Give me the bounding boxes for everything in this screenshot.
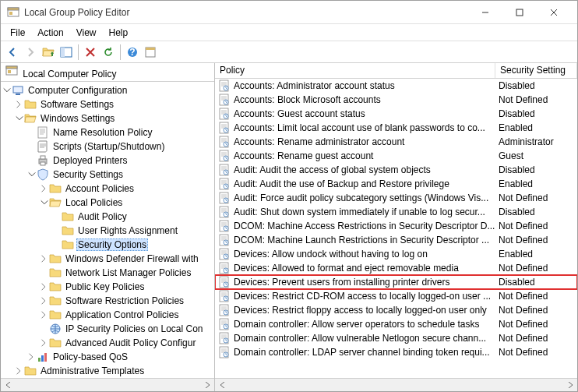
- node-windows-settings[interactable]: Windows Settings: [2, 111, 214, 125]
- folder-icon: [49, 309, 62, 321]
- policy-row[interactable]: Devices: Allowed to format and eject rem…: [215, 261, 577, 275]
- policy-row[interactable]: Domain controller: LDAP server channel b…: [215, 345, 577, 359]
- policy-row[interactable]: DCOM: Machine Launch Restrictions in Sec…: [215, 233, 577, 247]
- expander-icon[interactable]: [40, 196, 49, 209]
- node-computer-configuration[interactable]: Computer Configuration: [2, 83, 214, 97]
- tree-heading[interactable]: Local Computer Policy: [1, 63, 214, 82]
- svg-rect-15: [516, 9, 523, 16]
- policy-row[interactable]: Audit: Shut down system immediately if u…: [215, 205, 577, 219]
- policy-row[interactable]: Domain controller: Allow server operator…: [215, 317, 577, 331]
- policy-setting: Not Defined: [495, 347, 574, 358]
- policy-doc-icon: [218, 206, 231, 218]
- expander-icon[interactable]: [40, 295, 49, 307]
- tree-hscroll[interactable]: [1, 378, 214, 391]
- policy-doc-icon: [218, 304, 231, 316]
- policy-row[interactable]: Audit: Audit the access of global system…: [215, 163, 577, 177]
- node-user-rights[interactable]: User Rights Assignment: [2, 224, 214, 238]
- policy-row[interactable]: Devices: Prevent users from installing p…: [215, 275, 577, 289]
- node-qos[interactable]: Policy-based QoS: [2, 350, 214, 364]
- refresh-button[interactable]: [100, 44, 117, 61]
- policy-row[interactable]: Audit: Force audit policy subcategory se…: [215, 191, 577, 205]
- node-audit-policy[interactable]: Audit Policy: [2, 210, 214, 224]
- close-button[interactable]: [537, 2, 571, 23]
- policy-row[interactable]: Devices: Restrict floppy access to local…: [215, 303, 577, 317]
- policy-row[interactable]: Domain controller: Allow vulnerable Netl…: [215, 331, 577, 345]
- policy-row[interactable]: Accounts: Guest account statusDisabled: [215, 107, 577, 121]
- scroll-right-icon[interactable]: [564, 380, 576, 391]
- node-deployed-printers[interactable]: Deployed Printers: [2, 154, 214, 168]
- minimize-button[interactable]: [468, 2, 502, 23]
- node-label: Software Restriction Policies: [64, 295, 185, 307]
- policy-row[interactable]: Accounts: Limit local account use of bla…: [215, 121, 577, 135]
- menu-help[interactable]: Help: [103, 26, 135, 40]
- policy-doc-icon: [218, 234, 231, 246]
- expander-icon[interactable]: [15, 112, 24, 125]
- policy-row[interactable]: Audit: Audit the use of Backup and Resto…: [215, 177, 577, 191]
- folder-icon: [49, 253, 62, 265]
- scroll-right-icon[interactable]: [201, 380, 213, 391]
- back-button[interactable]: [4, 44, 21, 61]
- menu-view[interactable]: View: [70, 26, 103, 40]
- policy-row[interactable]: Accounts: Administrator account statusDi…: [215, 79, 577, 93]
- node-software-restriction[interactable]: Software Restriction Policies: [2, 294, 214, 308]
- node-advanced-audit[interactable]: Advanced Audit Policy Configur: [2, 336, 214, 350]
- folder-icon: [62, 210, 74, 223]
- policy-doc-icon: [218, 150, 231, 162]
- node-security-options[interactable]: Security Options: [2, 238, 214, 252]
- show-hide-tree-button[interactable]: [58, 44, 75, 61]
- node-account-policies[interactable]: Account Policies: [2, 182, 214, 196]
- tree-body[interactable]: Computer Configuration Software Settings…: [1, 82, 214, 378]
- expander-icon[interactable]: [27, 351, 37, 363]
- menu-file[interactable]: File: [4, 26, 31, 40]
- maximize-button[interactable]: [502, 2, 537, 23]
- expander-icon[interactable]: [2, 84, 12, 97]
- help-button[interactable]: ?: [124, 44, 141, 61]
- policy-doc-icon: [218, 108, 231, 120]
- list-body[interactable]: Accounts: Administrator account statusDi…: [215, 79, 577, 378]
- policy-setting: Enabled: [495, 122, 574, 133]
- node-name-resolution-policy[interactable]: Name Resolution Policy: [2, 125, 214, 139]
- col-setting[interactable]: Security Setting: [495, 63, 577, 78]
- scroll-left-icon[interactable]: [2, 380, 14, 391]
- node-label: Windows Settings: [39, 112, 116, 125]
- policy-row[interactable]: Devices: Allow undock without having to …: [215, 247, 577, 261]
- properties-button[interactable]: [142, 44, 159, 61]
- policy-row[interactable]: DCOM: Machine Access Restrictions in Sec…: [215, 219, 577, 233]
- node-public-key-policies[interactable]: Public Key Policies: [2, 280, 214, 294]
- node-netlist[interactable]: Network List Manager Policies: [2, 266, 214, 280]
- node-local-policies[interactable]: Local Policies: [2, 196, 214, 210]
- policy-row[interactable]: Accounts: Rename guest accountGuest: [215, 149, 577, 163]
- delete-button[interactable]: [82, 44, 99, 61]
- folder-icon: [49, 337, 62, 349]
- expander-icon[interactable]: [40, 281, 49, 293]
- folder-icon: [49, 182, 62, 195]
- node-scripts[interactable]: Scripts (Startup/Shutdown): [2, 139, 214, 154]
- up-button[interactable]: [40, 44, 57, 61]
- node-software-settings[interactable]: Software Settings: [2, 97, 214, 111]
- col-policy[interactable]: Policy: [215, 63, 495, 78]
- svg-rect-21: [146, 48, 155, 50]
- policy-row[interactable]: Accounts: Rename administrator accountAd…: [215, 135, 577, 149]
- expander-icon[interactable]: [40, 337, 49, 349]
- node-application-control[interactable]: Application Control Policies: [2, 308, 214, 322]
- node-label: Computer Configuration: [26, 84, 129, 97]
- policy-row[interactable]: Accounts: Block Microsoft accountsNot De…: [215, 93, 577, 107]
- list-hscroll[interactable]: [215, 378, 577, 391]
- expander-icon[interactable]: [27, 168, 37, 181]
- policy-setting: Enabled: [495, 249, 574, 260]
- policy-name: Accounts: Rename administrator account: [234, 136, 495, 147]
- expander-icon[interactable]: [15, 98, 24, 111]
- expander-icon[interactable]: [40, 253, 49, 265]
- menu-action[interactable]: Action: [31, 26, 69, 40]
- node-firewall[interactable]: Windows Defender Firewall with: [2, 252, 214, 266]
- policy-row[interactable]: Devices: Restrict CD-ROM access to local…: [215, 289, 577, 303]
- svg-text:?: ?: [129, 47, 135, 58]
- expander-icon[interactable]: [40, 182, 49, 195]
- list-pane: Policy Security Setting Accounts: Admini…: [215, 63, 577, 391]
- node-security-settings[interactable]: Security Settings: [2, 168, 214, 182]
- expander-icon[interactable]: [15, 365, 24, 377]
- node-ipsec[interactable]: IP Security Policies on Local Con: [2, 322, 214, 336]
- node-admin-templates[interactable]: Administrative Templates: [2, 364, 214, 378]
- expander-icon[interactable]: [40, 309, 49, 321]
- scroll-left-icon[interactable]: [217, 380, 228, 391]
